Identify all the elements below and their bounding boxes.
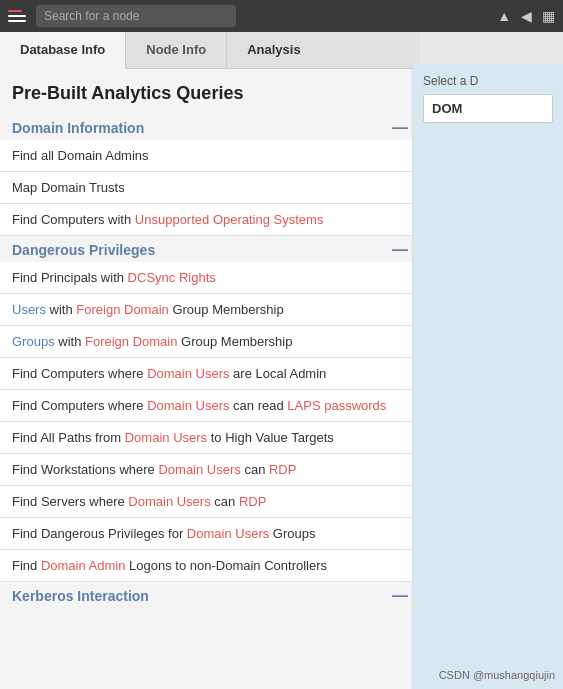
select-domain-label: Select a D <box>423 74 553 88</box>
tab-database-info[interactable]: Database Info <box>0 32 126 69</box>
hamburger-menu[interactable] <box>8 10 28 22</box>
domain-value[interactable]: DOM <box>423 94 553 123</box>
section-domain-information-label: Domain Information <box>12 120 144 136</box>
query-map-domain-trusts[interactable]: Map Domain Trusts <box>0 172 420 204</box>
top-icons: ▲ ◀ ▦ <box>497 8 555 24</box>
query-workstations-rdp[interactable]: Find Workstations where Domain Users can… <box>0 454 420 486</box>
query-domain-admin-logons[interactable]: Find Domain Admin Logons to non-Domain C… <box>0 550 420 582</box>
query-users-foreign-domain[interactable]: Users with Foreign Domain Group Membersh… <box>0 294 420 326</box>
section-kerberos-interaction-label: Kerberos Interaction <box>12 588 149 604</box>
top-bar: ▲ ◀ ▦ <box>0 0 563 32</box>
tab-analysis[interactable]: Analysis <box>227 32 320 68</box>
section-dangerous-privileges: Dangerous Privileges — <box>0 236 420 262</box>
section-dangerous-privileges-collapse[interactable]: — <box>392 242 408 258</box>
filter-icon[interactable]: ▦ <box>542 8 555 24</box>
section-kerberos-interaction: Kerberos Interaction — <box>0 582 420 608</box>
query-all-paths-high-value[interactable]: Find All Paths from Domain Users to High… <box>0 422 420 454</box>
query-computers-laps[interactable]: Find Computers where Domain Users can re… <box>0 390 420 422</box>
section-domain-information: Domain Information — <box>0 114 420 140</box>
query-groups-foreign-domain[interactable]: Groups with Foreign Domain Group Members… <box>0 326 420 358</box>
query-dangerous-privileges-groups[interactable]: Find Dangerous Privileges for Domain Use… <box>0 518 420 550</box>
back-icon[interactable]: ◀ <box>521 8 532 24</box>
tab-bar: Database Info Node Info Analysis <box>0 32 420 69</box>
query-find-domain-admins[interactable]: Find all Domain Admins <box>0 140 420 172</box>
query-computers-local-admin[interactable]: Find Computers where Domain Users are Lo… <box>0 358 420 390</box>
section-kerberos-interaction-collapse[interactable]: — <box>392 588 408 604</box>
page-title: Pre-Built Analytics Queries <box>0 79 420 114</box>
main-panel: Database Info Node Info Analysis Pre-Bui… <box>0 32 420 689</box>
section-dangerous-privileges-label: Dangerous Privileges <box>12 242 155 258</box>
watermark: CSDN @mushangqiujin <box>439 669 555 681</box>
alert-icon[interactable]: ▲ <box>497 8 511 24</box>
section-domain-information-collapse[interactable]: — <box>392 120 408 136</box>
query-servers-rdp[interactable]: Find Servers where Domain Users can RDP <box>0 486 420 518</box>
content-area: Pre-Built Analytics Queries Domain Infor… <box>0 69 420 689</box>
tab-node-info[interactable]: Node Info <box>126 32 227 68</box>
query-find-dcsync[interactable]: Find Principals with DCSync Rights <box>0 262 420 294</box>
search-input[interactable] <box>36 5 236 27</box>
right-panel: Select a D DOM <box>413 64 563 689</box>
query-find-unsupported-os[interactable]: Find Computers with Unsupported Operatin… <box>0 204 420 236</box>
